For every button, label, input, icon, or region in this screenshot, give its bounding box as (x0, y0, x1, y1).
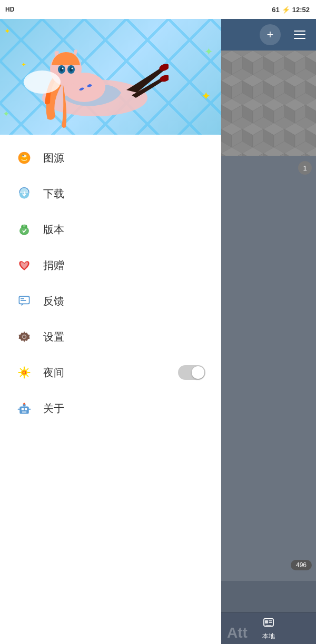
svg-rect-42 (22, 411, 27, 412)
night-label: 夜间 (43, 366, 64, 380)
right-panel: + (221, 19, 316, 644)
about-label: 关于 (43, 401, 64, 416)
hamburger-line-2 (294, 34, 305, 35)
menu-item-feedback[interactable]: 反馈 (0, 283, 221, 319)
source-label: 图源 (43, 151, 64, 165)
add-icon: + (267, 28, 274, 42)
sparkle-2: ✦ (204, 45, 213, 58)
night-toggle[interactable] (178, 365, 205, 380)
status-right: 61 ⚡ 12:52 (272, 6, 310, 14)
donate-icon (16, 257, 33, 274)
cube-pattern-svg (221, 51, 316, 156)
right-header: + (221, 19, 316, 51)
status-bar: HD 61 ⚡ 12:52 (0, 0, 316, 19)
svg-point-21 (23, 224, 25, 227)
svg-point-44 (23, 403, 25, 405)
svg-rect-41 (25, 408, 27, 410)
svg-rect-39 (19, 407, 29, 414)
feedback-icon (16, 293, 33, 309)
menu-item-download[interactable]: 下载 (0, 176, 221, 212)
download-label: 下载 (43, 187, 64, 201)
download-icon (16, 185, 33, 202)
svg-line-36 (21, 375, 22, 377)
anime-character (11, 29, 169, 135)
menu-item-source[interactable]: 图源 (0, 140, 221, 176)
version-label: 版本 (43, 223, 64, 237)
svg-rect-40 (22, 408, 24, 410)
badge-count-1: 1 (298, 161, 312, 175)
sparkle-4: ✦ (3, 109, 9, 119)
menu-items-list: 图源 下载 (0, 135, 221, 644)
battery-level: 61 (272, 6, 279, 14)
svg-point-9 (62, 68, 64, 69)
svg-point-20 (19, 227, 29, 234)
add-button[interactable]: + (260, 24, 281, 45)
svg-point-16 (23, 155, 23, 156)
svg-point-38 (23, 371, 25, 374)
night-mode-toggle[interactable] (178, 365, 205, 380)
menu-item-donate[interactable]: 捐赠 (0, 247, 221, 283)
source-icon (16, 149, 33, 166)
svg-point-11 (24, 71, 61, 94)
menu-item-about[interactable]: 关于 (0, 390, 221, 426)
settings-label: 设置 (43, 330, 64, 344)
svg-line-33 (21, 369, 22, 370)
menu-item-night[interactable]: 夜间 (0, 355, 221, 390)
right-middle-area (221, 156, 316, 581)
right-content: 1 496 (221, 51, 316, 612)
settings-icon (16, 328, 33, 345)
svg-point-27 (23, 335, 25, 338)
badge-count-496: 496 (291, 560, 312, 570)
hero-image: ✦ ✦ ✦ ✦ ✦ (0, 19, 221, 135)
feedback-label: 反馈 (43, 294, 64, 308)
menu-item-version[interactable]: 版本 (0, 212, 221, 247)
badge-496-wrapper: 496 (291, 560, 312, 570)
svg-line-34 (27, 375, 28, 377)
version-icon (16, 221, 33, 238)
donate-label: 捐赠 (43, 258, 64, 273)
hamburger-line-3 (294, 38, 305, 39)
att-text-overlay: Att (222, 600, 316, 644)
main-layout: ✦ ✦ ✦ ✦ ✦ (0, 19, 316, 644)
lightning-icon: ⚡ (282, 6, 290, 14)
sparkle-1: ✦ (4, 27, 11, 35)
att-label: Att (227, 625, 248, 641)
about-icon (16, 400, 33, 417)
svg-rect-25 (21, 300, 26, 301)
svg-rect-50 (221, 51, 316, 156)
badge-1-wrapper: 1 (298, 161, 312, 175)
hamburger-line-1 (294, 31, 305, 32)
status-indicator: HD (5, 6, 14, 13)
menu-panel: ✦ ✦ ✦ ✦ ✦ (0, 19, 221, 644)
svg-rect-24 (21, 298, 24, 299)
menu-item-settings[interactable]: 设置 (0, 319, 221, 355)
grid-background (221, 51, 316, 156)
clock: 12:52 (292, 6, 310, 14)
sparkle-3: ✦ (201, 89, 211, 103)
svg-line-35 (27, 369, 28, 370)
menu-button[interactable] (291, 28, 308, 42)
night-icon (16, 364, 33, 381)
svg-point-10 (72, 68, 73, 69)
